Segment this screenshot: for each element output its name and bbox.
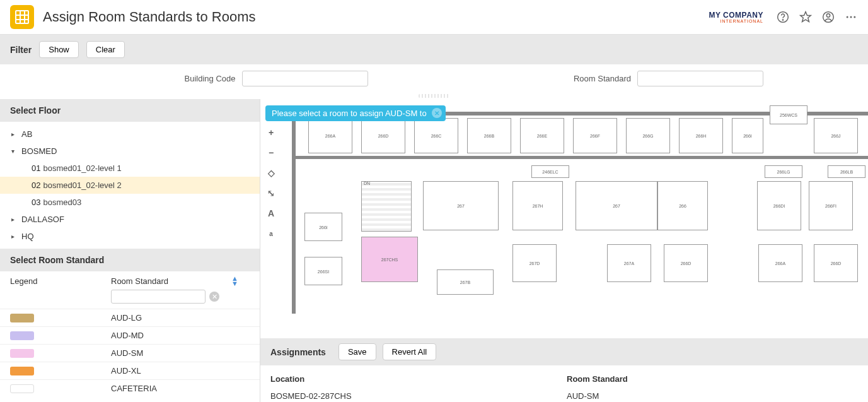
- floor-name: bosmed01_02-level 2: [43, 180, 121, 190]
- select-floor-header: Select Floor: [0, 99, 260, 122]
- tree-building-hq[interactable]: ▸HQ: [0, 228, 260, 245]
- svg-point-9: [826, 14, 830, 17]
- more-icon[interactable]: [844, 10, 858, 24]
- room-standard-filter-input[interactable]: [637, 71, 763, 86]
- favorite-icon[interactable]: [799, 10, 813, 24]
- room-label: 266A: [309, 134, 352, 138]
- legend-row-aud-md[interactable]: AUD-MD: [0, 326, 260, 344]
- room[interactable]: 266J: [814, 118, 858, 153]
- room[interactable]: 266LB: [828, 165, 865, 178]
- drag-handle[interactable]: [419, 94, 450, 98]
- legend-name: AUD-MD: [111, 331, 144, 340]
- room[interactable]: 246ELC: [531, 165, 569, 178]
- room-label: 256WCS: [770, 113, 807, 117]
- floor-name: bosmed01_02-level 1: [43, 163, 121, 173]
- reset-view-icon[interactable]: ◇: [264, 166, 278, 180]
- room[interactable]: 267H: [512, 181, 563, 230]
- room[interactable]: 266DI: [757, 181, 801, 230]
- room[interactable]: 266SI: [304, 257, 342, 285]
- room-label: 266D: [814, 261, 857, 266]
- room[interactable]: 267A: [607, 244, 651, 282]
- room-standard-column-label: Room Standard: [111, 276, 168, 286]
- filter-label: Filter: [10, 45, 32, 55]
- room[interactable]: 266G: [626, 118, 670, 153]
- room-label: 266A: [759, 261, 802, 266]
- room[interactable]: 266I: [304, 213, 342, 241]
- room-label: 266C: [415, 134, 458, 138]
- legend-row-aud-sm[interactable]: AUD-SM: [0, 344, 260, 362]
- tree-building-dallasof[interactable]: ▸DALLASOF: [0, 211, 260, 228]
- revert-all-button[interactable]: Revert All: [383, 343, 437, 360]
- filter-bar: Filter Show Clear: [0, 35, 868, 64]
- room[interactable]: 267: [576, 181, 657, 230]
- room[interactable]: 266F: [573, 118, 617, 153]
- room[interactable]: 266D: [664, 244, 708, 282]
- legend-swatch: [10, 367, 34, 375]
- floor-tree: ▸AB ▾BOSMED 01 bosmed01_02-level 1 02 bo…: [0, 122, 260, 249]
- legend-row-aud-xl[interactable]: AUD-XL: [0, 362, 260, 379]
- svg-rect-0: [16, 11, 28, 23]
- assignment-standard: AUD-SM: [567, 391, 599, 401]
- tree-building-ab[interactable]: ▸AB: [0, 126, 260, 143]
- legend-swatch: [10, 331, 34, 340]
- room-label: 266DI: [758, 204, 801, 208]
- show-button[interactable]: Show: [39, 41, 79, 58]
- assignment-row[interactable]: BOSMED-02-287CHS AUD-SM: [270, 387, 858, 402]
- building-code-input[interactable]: [242, 71, 368, 86]
- clear-search-icon[interactable]: ✕: [209, 292, 219, 302]
- room[interactable]: 266FI: [809, 181, 853, 230]
- floor-plan-area[interactable]: Please select a room to assign AUD-SM to…: [260, 99, 868, 338]
- instruction-text: Please select a room to assign AUD-SM to: [272, 109, 427, 118]
- room-label: 266: [658, 204, 707, 208]
- room[interactable]: 266I: [732, 118, 763, 153]
- save-button[interactable]: Save: [339, 343, 376, 360]
- legend-name: AUD-SM: [111, 348, 143, 358]
- zoom-out-icon[interactable]: −: [264, 146, 278, 160]
- room[interactable]: 266A: [308, 118, 352, 153]
- legend-row-cafeteria[interactable]: CAFETERIA: [0, 379, 260, 397]
- room[interactable]: 266: [657, 181, 708, 230]
- room[interactable]: 266A: [758, 244, 802, 282]
- room[interactable]: 267D: [512, 244, 557, 282]
- assignment-location: BOSMED-02-287CHS: [270, 391, 567, 401]
- room[interactable]: 267B: [437, 269, 494, 295]
- room-label: 267B: [437, 280, 493, 285]
- room[interactable]: 267: [423, 181, 499, 230]
- room-highlighted[interactable]: 267CHS: [361, 237, 418, 282]
- close-instruction-icon[interactable]: ✕: [432, 108, 442, 118]
- stair-core: [361, 181, 412, 232]
- assignments-bar: Assignments Save Revert All: [260, 338, 868, 365]
- tree-floor-02[interactable]: 02 bosmed01_02-level 2: [0, 177, 260, 194]
- tree-floor-03[interactable]: 03 bosmed03: [0, 194, 260, 211]
- room[interactable]: 266D: [361, 118, 405, 153]
- room[interactable]: 266C: [414, 118, 458, 153]
- fit-icon[interactable]: ⤡: [264, 186, 278, 200]
- floor-code: 03: [32, 198, 40, 207]
- clear-button[interactable]: Clear: [86, 41, 125, 58]
- room[interactable]: 266H: [679, 118, 723, 153]
- col-room-standard: Room Standard: [567, 374, 628, 384]
- room[interactable]: 266B: [467, 118, 511, 153]
- help-icon[interactable]: [776, 10, 790, 24]
- room[interactable]: 256WCS: [770, 105, 807, 124]
- room-standard-column-header[interactable]: Room Standard ▲▼: [111, 276, 250, 286]
- tree-building-bosmed[interactable]: ▾BOSMED: [0, 143, 260, 160]
- legend-swatch: [10, 384, 34, 393]
- room-standard-filter-label: Room Standard: [574, 74, 631, 83]
- room-standard-search-input[interactable]: [111, 290, 205, 304]
- room[interactable]: 266E: [520, 118, 564, 153]
- assignments-table: Location Room Standard BOSMED-02-287CHS …: [260, 365, 868, 402]
- text-small-icon[interactable]: a: [264, 227, 278, 240]
- room-label: 266B: [468, 134, 511, 138]
- room-label: 266D: [664, 261, 707, 266]
- zoom-in-icon[interactable]: +: [264, 126, 278, 139]
- user-icon[interactable]: [821, 10, 835, 24]
- room[interactable]: 266D: [814, 244, 858, 282]
- room-label: 267A: [608, 261, 651, 266]
- text-large-icon[interactable]: A: [264, 206, 278, 220]
- tree-floor-01[interactable]: 01 bosmed01_02-level 1: [0, 160, 260, 177]
- legend-row-aud-lg[interactable]: AUD-LG: [0, 309, 260, 326]
- sort-icon[interactable]: ▲▼: [231, 276, 238, 286]
- room-label: 266I: [732, 134, 763, 138]
- room[interactable]: 266LG: [765, 165, 802, 178]
